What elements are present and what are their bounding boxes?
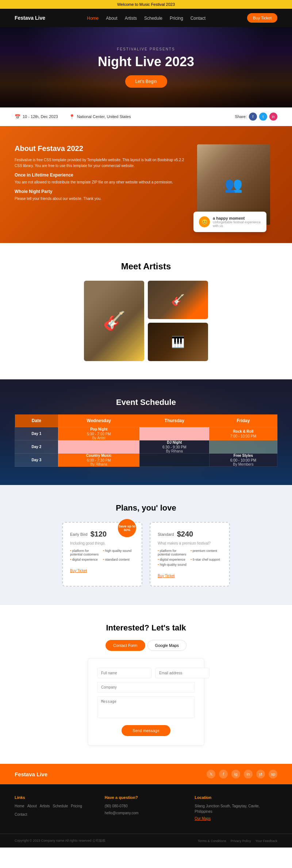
contact-form-tab[interactable]: Contact Form (105, 640, 145, 651)
nav-link-contact[interactable]: Contact (191, 16, 205, 21)
pricing-title: Plans, you' love (15, 503, 277, 513)
schedule-header-friday: Friday (209, 414, 277, 427)
footer-link-pricing[interactable]: Pricing (71, 803, 82, 809)
schedule-header-date: Date (15, 414, 58, 427)
plan-header-standard: Standard $240 (158, 530, 222, 538)
footer-link-home[interactable]: Home (15, 803, 24, 809)
nav-link-about[interactable]: About (106, 16, 117, 21)
footer-link-contact[interactable]: Contact (15, 812, 27, 817)
footer-link-artists[interactable]: Artists (40, 803, 50, 809)
pricing-section: Plans, you' love Save up to 50% Early Bi… (0, 485, 292, 605)
happy-moment-subtitle: Unforgettable festival experience with u… (213, 220, 261, 228)
terms-link[interactable]: Terms & Conditions (198, 839, 226, 843)
buy-ticket-nav-button[interactable]: Buy Ticket (247, 13, 277, 23)
send-message-button[interactable]: Send message (122, 725, 170, 736)
schedule-row-day2: Day 2 DJ Night 6:30 - 9:30 PM By Rihana (15, 440, 277, 454)
linkedin-footer-icon[interactable]: in (244, 770, 253, 778)
event-date: 📅 10 - 12th, Dec 2023 (15, 114, 58, 120)
footer-copyright: Copyright © 2023 Company name All rights… (15, 838, 105, 843)
footer-map-link[interactable]: Our Maps (195, 816, 277, 821)
instagram-footer-icon[interactable]: ig (231, 770, 240, 778)
nav-link-home[interactable]: Home (87, 16, 99, 21)
event-time: 6:30 - 9:30 PM (162, 445, 187, 449)
contact-form: Send message (88, 658, 204, 746)
footer-link-about[interactable]: About (27, 803, 37, 809)
artists-section: Meet Artists 🎸 🎸 🎹 (0, 243, 292, 379)
footer-location-title: Location (195, 795, 277, 800)
feedback-link[interactable]: Your Feedback (256, 839, 277, 843)
event-name: DJ Night (140, 440, 209, 444)
message-textarea[interactable] (97, 696, 195, 718)
event-time: 6:00 - 7:30 PM (87, 458, 111, 462)
buy-ticket-early-bird-link[interactable]: Buy Ticket (70, 569, 87, 573)
spotify-footer-icon[interactable]: sp (269, 770, 277, 778)
event-time: 6:00 - 10:00 PM (230, 458, 256, 462)
event-name: Rock & Roll (210, 429, 277, 433)
plan-feature: high-quality sound (158, 563, 189, 566)
event-location-text: National Center, United States (77, 114, 131, 119)
contact-tabs: Contact Form Google Maps (15, 640, 277, 651)
artist-card-2: 🎸 (148, 281, 208, 319)
hero-section: FESTIVALIVE PRESENTS Night Live 2023 Let… (0, 27, 292, 107)
privacy-link[interactable]: Privacy Policy (231, 839, 251, 843)
footer-link-schedule[interactable]: Schedule (53, 803, 68, 809)
company-input[interactable] (97, 682, 195, 693)
schedule-day1-wednesday: Pop Night 5:00 - 7:00 PM By Artist (58, 427, 139, 440)
about-section: About Festava 2022 Festivalive is free C… (0, 126, 292, 243)
event-location: 📍 National Center, United States (69, 114, 131, 120)
happy-avatar-icon: 😊 (199, 216, 210, 227)
footer-contact-title: Have a question? (105, 795, 188, 800)
announcement-bar: Welcome to Music Festival 2023 (0, 0, 292, 9)
contact-section: Interested? Let's talk Contact Form Goog… (0, 605, 292, 764)
artists-grid: 🎸 🎸 🎹 (84, 281, 208, 361)
youtube-footer-icon[interactable]: yt (256, 770, 265, 778)
nav-link-schedule[interactable]: Schedule (144, 16, 162, 21)
form-company-row (97, 682, 195, 693)
nav-link-pricing[interactable]: Pricing (170, 16, 183, 21)
artist-card-1: 🎸 (84, 281, 144, 361)
pricing-card-standard: Standard $240 What makes a premium festi… (150, 522, 230, 587)
event-time: 7:00 - 10:00 PM (230, 434, 256, 438)
instagram-share-button[interactable]: in (269, 113, 277, 121)
schedule-day2-wednesday (58, 440, 139, 454)
nav-link-artists[interactable]: Artists (125, 16, 137, 21)
twitter-share-button[interactable]: t (259, 113, 267, 121)
full-name-input[interactable] (97, 668, 151, 678)
google-maps-tab[interactable]: Google Maps (147, 640, 187, 651)
pricing-cards: Save up to 50% Early Bird $120 Including… (15, 522, 277, 587)
happy-text: a happy moment Unforgettable festival ex… (213, 216, 261, 228)
artist-image-2: 🎸 (148, 281, 208, 319)
schedule-header-wednesday: Wednesday (58, 414, 139, 427)
event-by: By Members (233, 462, 253, 466)
footer-logo: Festava Live (15, 771, 47, 777)
about-right: 😊 a happy moment Unforgettable festival … (197, 144, 277, 225)
hero-cta-button[interactable]: Let's Begin (125, 75, 167, 88)
facebook-footer-icon[interactable]: f (219, 770, 228, 778)
facebook-share-button[interactable]: f (249, 113, 257, 121)
schedule-row-day1: Day 1 Pop Night 5:00 - 7:00 PM By Artist… (15, 427, 277, 440)
schedule-day3-thursday (139, 454, 209, 467)
about-section1-title: Once in Lifetime Experience (15, 173, 186, 178)
event-time: 5:00 - 7:00 PM (87, 432, 111, 436)
happy-moment-title: a happy moment (213, 216, 261, 220)
event-name: Free Styles (210, 454, 277, 458)
email-input[interactable] (155, 668, 210, 678)
artist-image-3: 🎹 (148, 323, 208, 361)
twitter-footer-icon[interactable]: 𝕏 (207, 770, 215, 778)
plan-feature: platform for potential customers (158, 549, 189, 556)
event-by: By Rihana (166, 449, 183, 453)
buy-ticket-standard-link[interactable]: Buy Ticket (158, 574, 174, 578)
event-name: Country Music (58, 454, 139, 458)
hero-crowd-overlay (0, 86, 292, 107)
hero-subtitle: FESTIVALIVE PRESENTS (117, 47, 175, 51)
footer-location-col: Location Silang Junction South, Tagaytay… (195, 795, 277, 823)
footer-email: hello@company.com (105, 810, 188, 816)
footer-address: Silang Junction South, Tagaytay, Cavite,… (195, 803, 277, 814)
schedule-day3-wednesday: Country Music 6:00 - 7:30 PM By Rihana (58, 454, 139, 467)
plan-type-early-bird: Early Bird (70, 532, 88, 537)
about-description: Festivalive is free CSS template provide… (15, 157, 186, 169)
plan-feature: platform for potential customers (70, 549, 101, 556)
footer-socials: 𝕏 f ig in yt sp (207, 770, 277, 778)
about-section2-text: Please tell your friends about our websi… (15, 196, 186, 202)
plan-feature: digital experience (70, 558, 101, 561)
